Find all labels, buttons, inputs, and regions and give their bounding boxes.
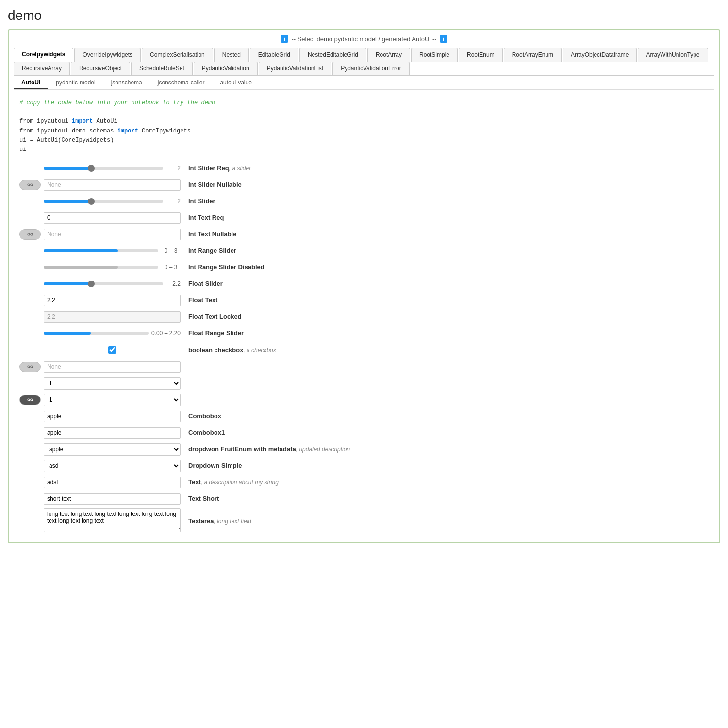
label-bold-float_text: Float Text xyxy=(188,297,217,304)
label-col-textarea: Textarea, long text field xyxy=(184,517,709,525)
info-bar-text: -- Select demo pydantic model / generate… xyxy=(291,35,436,43)
slider-int_slider_req: 2 xyxy=(44,165,181,172)
label-col-float_slider: Float Slider xyxy=(184,280,709,287)
control-col-select1: 123 xyxy=(44,377,184,390)
sub-tabs-row: AutoUipydantic-modeljsonschemajsonschema… xyxy=(14,77,714,90)
slider-thumb-int_slider[interactable] xyxy=(88,198,95,205)
slider-thumb-int_slider_req[interactable] xyxy=(88,165,95,172)
slider-track-float_slider[interactable] xyxy=(44,282,163,285)
range-fill-int_range_slider xyxy=(44,249,118,252)
text-input-nullable_dropdown1[interactable] xyxy=(44,361,181,373)
model-tab-editablegrid[interactable]: EditableGrid xyxy=(250,48,298,62)
model-tab-recursivearray[interactable]: RecursiveArray xyxy=(14,62,70,75)
model-tab-rootarray[interactable]: RootArray xyxy=(367,48,410,62)
range-slider-int_range_slider: 0 – 3 xyxy=(44,248,181,254)
range-slider-int_range_slider_disabled: 0 – 3 xyxy=(44,264,181,271)
model-tab-overrideipywidgets[interactable]: OverrideIpywidgets xyxy=(74,48,141,62)
sub-tab-pydantic-model[interactable]: pydantic-model xyxy=(48,77,103,89)
text-input-combobox1[interactable] xyxy=(44,427,181,439)
text-input-text_field[interactable] xyxy=(44,477,181,488)
model-tab-arrayobjectdataframe[interactable]: ArrayObjectDataframe xyxy=(563,48,637,62)
widget-row-text_field: Text, a description about my string xyxy=(19,474,709,491)
label-col-combobox: Combobox xyxy=(184,413,709,420)
select-dropdown_fruit[interactable]: applebananacherry xyxy=(44,443,181,456)
label-bold-int_slider: Int Slider xyxy=(188,198,215,205)
slider-value-float_slider: 2.2 xyxy=(166,281,181,287)
model-tab-coreipywidgets[interactable]: CoreIpywidgets xyxy=(14,48,73,62)
svg-point-7 xyxy=(31,366,33,368)
text-input-int_text_req[interactable] xyxy=(44,212,181,224)
textarea-textarea[interactable] xyxy=(44,508,181,532)
label-col-int_range_slider_disabled: Int Range Slider Disabled xyxy=(184,264,709,271)
code-comment: # copy the code below into your notebook… xyxy=(19,99,709,108)
model-tab-recursiveobject[interactable]: RecursiveObject xyxy=(71,62,130,75)
range-track-float_range_slider[interactable] xyxy=(44,332,149,335)
control-col-dropdown_simple: asdbsdcsd xyxy=(44,460,184,472)
widget-row-int_slider_nullable: Int Slider Nullable xyxy=(19,177,709,193)
label-bold-combobox1: Combobox1 xyxy=(188,429,225,436)
model-tab-pydanticvalidation[interactable]: PydanticValidation xyxy=(194,62,258,75)
svg-point-9 xyxy=(28,399,30,401)
model-tab-pydanticvalidationerror[interactable]: PydanticValidationError xyxy=(332,62,410,75)
widget-area: 2Int Slider Req, a sliderInt Slider Null… xyxy=(14,158,714,537)
range-value-float_range_slider: 0.00 – 2.20 xyxy=(151,330,181,337)
toggle-col-int_slider_nullable xyxy=(19,180,44,190)
slider-track-int_slider[interactable] xyxy=(44,200,163,203)
slider-fill-int_slider xyxy=(44,200,91,203)
range-track-int_range_slider[interactable] xyxy=(44,249,158,252)
label-bold-dropdown_simple: Dropdown Simple xyxy=(188,462,242,469)
text-input-combobox[interactable] xyxy=(44,411,181,422)
info-bar: i -- Select demo pydantic model / genera… xyxy=(14,35,714,43)
label-bold-int_slider_nullable: Int Slider Nullable xyxy=(188,181,242,188)
model-tab-rootsimple[interactable]: RootSimple xyxy=(411,48,458,62)
select-dropdown_simple[interactable]: asdbsdcsd xyxy=(44,460,181,472)
label-italic-boolean_checkbox: , a checkbox xyxy=(243,347,276,354)
toggle-col-select2 xyxy=(19,395,44,405)
model-tab-rootenum[interactable]: RootEnum xyxy=(459,48,503,62)
slider-fill-int_slider_req xyxy=(44,167,91,170)
label-col-int_slider_nullable: Int Slider Nullable xyxy=(184,181,709,188)
widget-row-nullable_dropdown1 xyxy=(19,359,709,375)
sub-tab-jsonschema[interactable]: jsonschema xyxy=(103,77,150,89)
label-col-int_slider: Int Slider xyxy=(184,198,709,205)
sub-tab-autoui-value[interactable]: autoui-value xyxy=(212,77,259,89)
info-icon-right[interactable]: i xyxy=(440,35,447,43)
control-col-select2: 123 xyxy=(44,394,184,406)
label-col-combobox1: Combobox1 xyxy=(184,429,709,436)
slider-track-int_slider_req[interactable] xyxy=(44,167,163,170)
text-input-int_text_nullable[interactable] xyxy=(44,229,181,240)
widget-row-text_short: Text Short xyxy=(19,491,709,507)
model-tab-pydanticvalidationlist[interactable]: PydanticValidationList xyxy=(259,62,332,75)
model-tab-nested[interactable]: Nested xyxy=(214,48,249,62)
control-col-float_text xyxy=(44,295,184,306)
text-input-float_text[interactable] xyxy=(44,295,181,306)
sub-tab-jsonschema-caller[interactable]: jsonschema-caller xyxy=(150,77,213,89)
model-tab-complexserialisation[interactable]: ComplexSerialisation xyxy=(142,48,213,62)
slider-value-int_slider_req: 2 xyxy=(166,165,181,172)
slider-int_slider: 2 xyxy=(44,198,181,205)
model-tab-arraywithuniontype[interactable]: ArrayWithUnionType xyxy=(638,48,708,62)
select-select1[interactable]: 123 xyxy=(44,377,181,390)
control-col-text_field xyxy=(44,477,184,488)
model-tab-scheduleruleset[interactable]: ScheduleRuleSet xyxy=(131,62,193,75)
toggle-button-nullable_dropdown1[interactable] xyxy=(19,362,41,372)
widget-row-select1: 123 xyxy=(19,375,709,392)
model-tab-rootarrayenum[interactable]: RootArrayEnum xyxy=(504,48,562,62)
toggle-button-int_slider_nullable[interactable] xyxy=(19,180,41,190)
toggle-button-int_text_nullable[interactable] xyxy=(19,229,41,240)
widget-row-int_text_nullable: Int Text Nullable xyxy=(19,226,709,243)
text-input-int_slider_nullable[interactable] xyxy=(44,179,181,191)
range-slider-float_range_slider: 0.00 – 2.20 xyxy=(44,330,181,337)
text-input-text_short[interactable] xyxy=(44,493,181,505)
label-col-dropdown_fruit: dropdwon FruitEnum with metadata, update… xyxy=(184,446,709,453)
select-select2[interactable]: 123 xyxy=(44,394,181,406)
checkbox-boolean_checkbox[interactable] xyxy=(108,346,116,354)
info-icon-left[interactable]: i xyxy=(281,35,288,43)
slider-thumb-float_slider[interactable] xyxy=(88,281,95,287)
toggle-button-select2[interactable] xyxy=(19,395,41,405)
widget-row-int_range_slider: 0 – 3Int Range Slider xyxy=(19,243,709,259)
code-section: # copy the code below into your notebook… xyxy=(14,95,714,158)
code-line2: from ipyautoui.demo_schemas import CoreI… xyxy=(19,127,709,136)
model-tab-nestededitablegrid[interactable]: NestedEditableGrid xyxy=(299,48,366,62)
sub-tab-autoui[interactable]: AutoUi xyxy=(14,77,48,89)
